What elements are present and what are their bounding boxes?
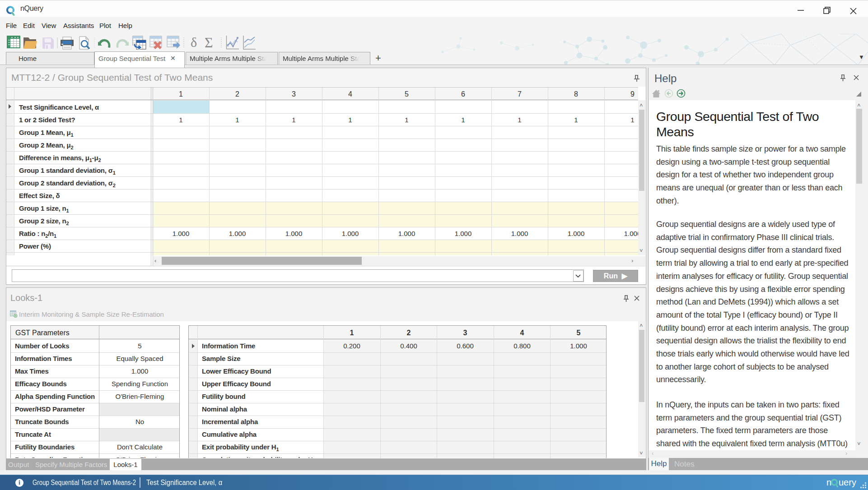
svg-text:uery: uery (839, 477, 856, 487)
svg-text:δ: δ (191, 35, 197, 50)
svg-text:n: n (826, 477, 831, 487)
svg-text:Σ: Σ (205, 34, 213, 51)
